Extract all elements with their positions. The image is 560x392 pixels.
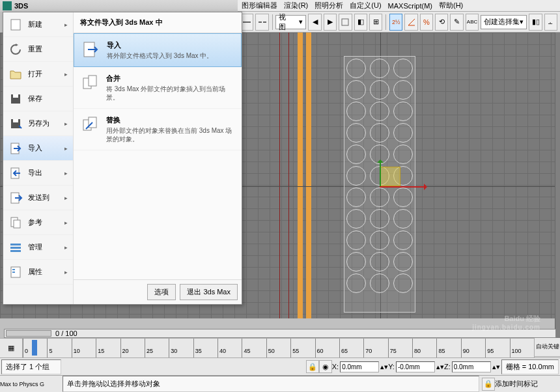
lock-icon[interactable]: 🔒 xyxy=(306,360,319,373)
snap2d-icon[interactable]: 2½ xyxy=(389,14,402,31)
svg-rect-0 xyxy=(243,21,251,23)
svg-rect-19 xyxy=(12,272,15,273)
menu-save[interactable]: 保存 xyxy=(3,87,73,111)
import-icon xyxy=(8,141,23,156)
submenu-replace[interactable]: 替换用外部文件的对象来替换在当前 3ds Max 场景的对象。 xyxy=(74,109,242,150)
svg-rect-3 xyxy=(342,19,348,25)
y-field[interactable] xyxy=(396,361,435,372)
manage-icon xyxy=(8,240,23,255)
menu-properties[interactable]: 属性▸ xyxy=(3,260,73,285)
menu-manage[interactable]: 管理▸ xyxy=(3,235,73,260)
ruler-tick: 35 xyxy=(193,339,217,357)
ruler-tick: 85 xyxy=(436,339,460,357)
menubar: 图形编辑器 渲染(R) 照明分析 自定义(U) MAXScript(M) 帮助(… xyxy=(238,0,560,12)
menu-saveas[interactable]: 另存为▸ xyxy=(3,111,73,136)
submenu-import[interactable]: 导入将外部文件格式导入到 3ds Max 中。 xyxy=(74,33,242,67)
export-icon xyxy=(8,166,23,180)
percentsnap-icon[interactable]: % xyxy=(420,14,433,31)
unlink-icon[interactable] xyxy=(255,14,268,31)
mirror-icon[interactable]: ▮▯ xyxy=(529,14,542,31)
menu-render[interactable]: 渲染(R) xyxy=(284,1,308,10)
ruler-tick: 55 xyxy=(290,339,315,357)
box-icon[interactable] xyxy=(339,14,352,31)
exit-button[interactable]: 退出 3ds Max xyxy=(180,284,238,300)
local-icon[interactable]: ◧ xyxy=(354,14,367,31)
application-menu: 新建▸ 重置 打开▸ 保存 另存为▸ 导入▸ 导出▸ 发送到▸ xyxy=(3,12,242,305)
ruler-tick: 80 xyxy=(412,339,436,357)
maxscript-field[interactable]: Max to Physcs G xyxy=(0,381,60,387)
import-arrow-icon xyxy=(82,40,100,59)
toolbar: 视图▾ ◀ ▶ ◧ ⊞ 2½ % ⟲ ✎ ABC 创建选择集▾ ▮▯ ⫠ xyxy=(238,12,560,33)
editnamed-icon[interactable]: ✎ xyxy=(450,14,463,31)
menu-lighting[interactable]: 照明分析 xyxy=(315,1,343,10)
menu-export[interactable]: 导出▸ xyxy=(3,161,73,186)
timeline-thumb[interactable] xyxy=(6,330,51,337)
appmenu-footer: 选项 退出 3ds Max xyxy=(74,279,242,304)
ruler-tick: 10 xyxy=(72,339,96,357)
command-panel-edge[interactable] xyxy=(555,33,560,338)
menu-new[interactable]: 新建▸ xyxy=(3,12,73,37)
coord-x: X:▴▾ xyxy=(332,361,388,372)
section-bar xyxy=(306,33,311,318)
ruler-tick: 40 xyxy=(217,339,242,357)
snap-icon[interactable]: ⊞ xyxy=(369,14,382,31)
coord-y: Y:▴▾ xyxy=(388,361,444,372)
svg-rect-13 xyxy=(14,220,20,228)
ruler-tick: 95 xyxy=(485,339,509,357)
section-bar xyxy=(298,33,303,318)
menu-help[interactable]: 帮助(H) xyxy=(439,1,463,10)
align-icon[interactable]: ⫠ xyxy=(544,14,557,31)
next-icon[interactable]: ▶ xyxy=(324,14,337,31)
menu-customize[interactable]: 自定义(U) xyxy=(350,1,381,10)
time-ruler[interactable]: ▦ 05101520253035404550556065707580859095… xyxy=(0,338,534,357)
replace-icon xyxy=(81,115,100,133)
appmenu-left-column: 新建▸ 重置 打开▸ 保存 另存为▸ 导入▸ 导出▸ 发送到▸ xyxy=(3,12,74,304)
ruler-tick: 25 xyxy=(145,339,169,357)
merge-icon xyxy=(81,74,100,92)
selected-object[interactable] xyxy=(344,56,415,313)
menu-import[interactable]: 导入▸ xyxy=(3,136,73,161)
namedsel-abc-icon[interactable]: ABC xyxy=(466,14,479,31)
ruler-tick: 20 xyxy=(120,339,145,357)
submenu-merge[interactable]: 合并将 3ds Max 外部文件的对象插入到当前场景。 xyxy=(74,67,242,109)
ruler-tick: 70 xyxy=(363,339,387,357)
autokey-button[interactable]: 自动关键 xyxy=(535,338,560,357)
ruler-tick: 45 xyxy=(242,339,266,357)
svg-rect-8 xyxy=(13,119,18,122)
link-icon[interactable] xyxy=(240,14,253,31)
reset-icon xyxy=(8,42,23,57)
anglesnap-icon[interactable] xyxy=(404,14,417,31)
menu-open[interactable]: 打开▸ xyxy=(3,62,73,87)
menu-reference[interactable]: 参考▸ xyxy=(3,210,73,235)
z-field[interactable] xyxy=(452,361,491,372)
menu-graphics[interactable]: 图形编辑器 xyxy=(242,1,277,10)
statusbar: 选择了 1 个组 🔒 ◉ X:▴▾ Y:▴▾ Z:▴▾ 栅格 = 10.0mm xyxy=(0,357,560,375)
coord-z: Z:▴▾ xyxy=(444,361,500,372)
trackbar-toggle-icon[interactable]: ▦ xyxy=(0,339,23,357)
prev-icon[interactable]: ◀ xyxy=(308,14,321,31)
ruler-tick: 15 xyxy=(96,339,120,357)
svg-rect-6 xyxy=(13,94,18,98)
menu-sendto[interactable]: 发送到▸ xyxy=(3,186,73,210)
add-timetag[interactable]: 添加时间标记 xyxy=(495,379,560,389)
menu-maxscript[interactable]: MAXScript(M) xyxy=(388,2,432,10)
commlock-icon[interactable]: 🔒 xyxy=(482,378,495,391)
appmenu-right-panel: 将文件导入到 3ds Max 中 导入将外部文件格式导入到 3ds Max 中。… xyxy=(74,12,242,304)
spinnersnap-icon[interactable]: ⟲ xyxy=(435,14,448,31)
ruler-tick: 30 xyxy=(169,339,193,357)
app-icon xyxy=(3,1,12,10)
new-file-icon xyxy=(8,18,23,32)
selectionset-dropdown[interactable]: 创建选择集▾ xyxy=(481,15,527,29)
prompt-line: 单击并拖动以选择并移动对象 xyxy=(63,376,479,392)
options-button[interactable]: 选项 xyxy=(147,284,176,300)
guide-line xyxy=(279,33,280,318)
view-dropdown[interactable]: 视图▾ xyxy=(275,15,306,29)
guide-line xyxy=(288,33,289,318)
reference-icon xyxy=(8,216,23,230)
menu-reset[interactable]: 重置 xyxy=(3,37,73,62)
timeline-scrollbar[interactable]: 0 / 100 xyxy=(4,329,556,338)
frame-readout: 0 / 100 xyxy=(55,329,77,337)
save-icon xyxy=(8,92,23,106)
keymode-icon[interactable]: ◉ xyxy=(319,360,332,373)
x-field[interactable] xyxy=(340,361,379,372)
